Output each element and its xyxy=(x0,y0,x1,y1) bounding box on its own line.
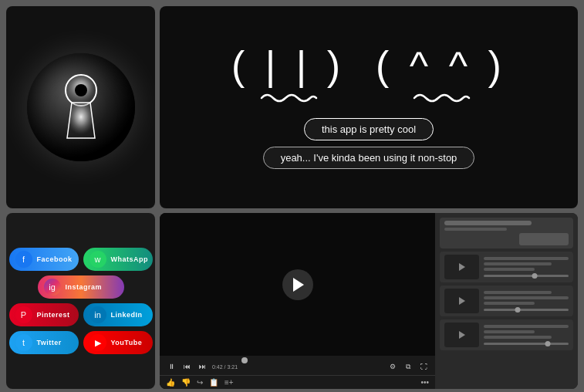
twitter-label: Twitter xyxy=(37,339,62,346)
mini-slider-dot-1 xyxy=(532,273,538,279)
linkedin-label: LinkedIn xyxy=(111,311,143,319)
mini-slider-2[interactable] xyxy=(484,309,569,311)
pline xyxy=(484,257,569,260)
face-panel: ( | | ) ( ^ ^ ) this app is pretty cool … xyxy=(160,6,578,208)
pause-button[interactable]: ⏸ xyxy=(166,361,177,372)
pline xyxy=(484,268,535,271)
mini-slider-dot-3 xyxy=(545,341,550,346)
playlist-header-title-bar xyxy=(444,221,532,225)
svg-marker-2 xyxy=(67,103,95,138)
linkedin-bar[interactable]: in LinkedIn xyxy=(83,303,153,326)
instagram-icon: ig xyxy=(44,279,61,296)
right-eyes: ( ^ ^ ) xyxy=(376,46,506,86)
face-eyes-row: ( | | ) ( ^ ^ ) xyxy=(175,46,562,109)
playlist-lines-2 xyxy=(484,291,569,311)
more-button[interactable]: ••• xyxy=(420,378,429,387)
playlist-header xyxy=(440,218,573,248)
like-button[interactable]: 👍 xyxy=(166,378,175,387)
social-panel: f Facebook w WhatsApp ig Instagram P Pin… xyxy=(6,213,155,389)
mini-slider-dot-2 xyxy=(515,307,521,313)
playlist-item[interactable] xyxy=(440,252,573,282)
mini-play-icon-2 xyxy=(459,297,465,305)
social-row-3: P Pinterest in LinkedIn xyxy=(9,303,153,326)
playlist-button[interactable]: 📋 xyxy=(209,378,218,387)
fullscreen-button[interactable]: ⛶ xyxy=(418,361,429,372)
mini-play-icon-3 xyxy=(459,331,465,339)
speech-bubble-2: yeah... I've kinda been using it non-sto… xyxy=(263,147,475,169)
video-bottom-controls: 👍 👎 ↪ 📋 ≡+ ••• xyxy=(160,375,435,389)
pline xyxy=(484,262,552,265)
facebook-icon: f xyxy=(15,251,32,268)
pinterest-icon: P xyxy=(15,306,32,323)
pline xyxy=(484,325,569,328)
playlist-item[interactable] xyxy=(440,319,573,350)
settings-button[interactable]: ⚙ xyxy=(387,361,398,372)
progress-dot xyxy=(241,357,248,363)
add-button[interactable]: ≡+ xyxy=(224,378,234,387)
linkedin-icon: in xyxy=(89,306,106,323)
right-squiggle xyxy=(410,90,472,109)
pline xyxy=(484,330,535,333)
playlist-item[interactable] xyxy=(440,286,573,316)
playlist-panel xyxy=(435,213,578,389)
playlist-thumb-2 xyxy=(444,289,479,313)
mini-slider-3[interactable] xyxy=(484,343,569,345)
keyhole-icon xyxy=(50,69,112,146)
speech-bubble-1: this app is pretty cool xyxy=(304,118,434,140)
controls-row: ⏸ ⏮ ⏭ 0:42 / 3:21 ⚙ ⧉ ⛶ xyxy=(166,361,429,372)
pline xyxy=(484,291,552,294)
pline xyxy=(484,296,569,299)
play-triangle-icon xyxy=(293,278,304,292)
mini-slider-1[interactable] xyxy=(484,275,569,277)
social-row-2: ig Instagram xyxy=(38,275,124,299)
playlist-thumb-1 xyxy=(444,255,479,279)
whatsapp-icon: w xyxy=(89,251,106,268)
facebook-label: Facebook xyxy=(37,255,73,263)
skip-back-button[interactable]: ⏮ xyxy=(181,361,192,372)
instagram-label: Instagram xyxy=(66,283,103,291)
whatsapp-bar[interactable]: w WhatsApp xyxy=(83,248,153,271)
video-main: ⏸ ⏮ ⏭ 0:42 / 3:21 ⚙ ⧉ ⛶ 👍 👎 ↪ 📋 xyxy=(160,213,578,389)
time-display: 0:42 / 3:21 xyxy=(212,364,238,370)
video-player-area: ⏸ ⏮ ⏭ 0:42 / 3:21 ⚙ ⧉ ⛶ 👍 👎 ↪ 📋 xyxy=(160,213,435,389)
share-button[interactable]: ↪ xyxy=(197,378,203,387)
keyhole-outer xyxy=(27,53,135,161)
playlist-lines-3 xyxy=(484,325,569,345)
twitter-bar[interactable]: t Twitter xyxy=(9,331,79,354)
twitter-icon: t xyxy=(15,334,32,351)
play-button[interactable] xyxy=(282,269,313,300)
pline xyxy=(484,336,552,339)
skip-forward-button[interactable]: ⏭ xyxy=(197,361,208,372)
pline xyxy=(484,302,535,305)
social-row-4: t Twitter ▶ YouTube xyxy=(9,331,153,354)
playlist-header-sub-bar xyxy=(444,228,507,231)
pinterest-label: Pinterest xyxy=(37,311,70,319)
social-row-1: f Facebook w WhatsApp xyxy=(9,248,153,271)
playlist-lines-1 xyxy=(484,257,569,277)
whatsapp-label: WhatsApp xyxy=(111,255,149,263)
playlist-header-button[interactable] xyxy=(519,233,569,245)
youtube-icon: ▶ xyxy=(89,334,106,351)
face-right: ( ^ ^ ) xyxy=(376,46,506,109)
playlist-thumb-3 xyxy=(444,323,479,347)
svg-point-1 xyxy=(75,84,87,96)
video-screen[interactable] xyxy=(160,213,435,356)
face-left: ( | | ) xyxy=(231,46,345,109)
pinterest-bar[interactable]: P Pinterest xyxy=(9,303,79,326)
left-squiggle xyxy=(258,90,319,109)
keyhole-panel xyxy=(6,6,155,208)
instagram-bar[interactable]: ig Instagram xyxy=(38,275,124,299)
video-panel: ⏸ ⏮ ⏭ 0:42 / 3:21 ⚙ ⧉ ⛶ 👍 👎 ↪ 📋 xyxy=(160,213,578,389)
video-controls: ⏸ ⏮ ⏭ 0:42 / 3:21 ⚙ ⧉ ⛶ xyxy=(160,356,435,375)
facebook-bar[interactable]: f Facebook xyxy=(9,248,79,271)
youtube-bar[interactable]: ▶ YouTube xyxy=(83,331,153,354)
mini-play-icon-1 xyxy=(459,263,465,271)
dislike-button[interactable]: 👎 xyxy=(181,378,191,387)
left-eyes: ( | | ) xyxy=(231,46,345,86)
pip-button[interactable]: ⧉ xyxy=(403,361,414,372)
youtube-label: YouTube xyxy=(111,339,143,346)
